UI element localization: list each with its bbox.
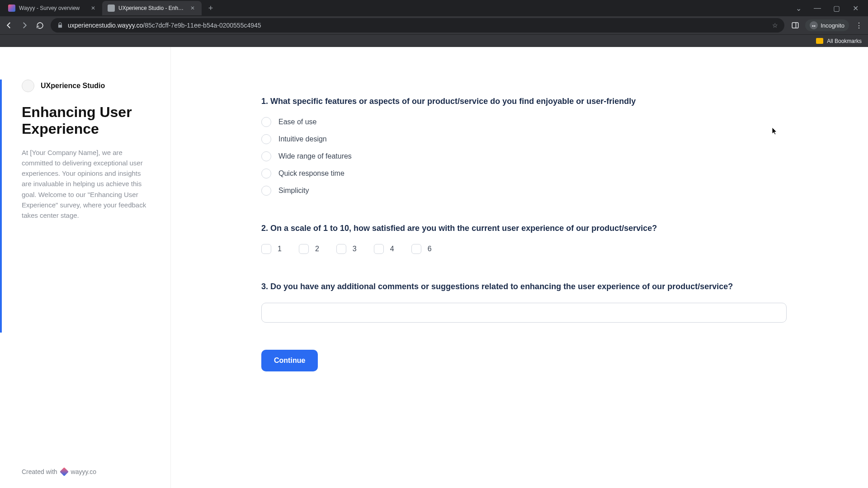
close-window-icon[interactable]: ✕: [850, 4, 861, 13]
cursor-icon: [772, 127, 778, 136]
option-wide-range-of-features[interactable]: Wide range of features: [261, 151, 787, 161]
org-row: UXperience Studio: [22, 80, 152, 92]
favicon-wayyy-icon: [8, 5, 15, 12]
option-ease-of-use[interactable]: Ease of use: [261, 117, 787, 127]
survey-title: Enhancing User Experience: [22, 104, 152, 137]
option-label: Simplicity: [278, 187, 309, 195]
question-title: 2. On a scale of 1 to 10, how satisfied …: [261, 223, 787, 234]
question-1-options: Ease of use Intuitive design Wide range …: [261, 117, 787, 196]
reload-button[interactable]: [35, 21, 44, 30]
org-avatar: [22, 80, 34, 92]
radio-icon[interactable]: [261, 117, 271, 127]
checkbox-icon[interactable]: [299, 244, 309, 254]
tab-strip: Wayyy - Survey overview ✕ UXperience Stu…: [0, 0, 868, 16]
option-label: Wide range of features: [278, 152, 352, 160]
question-2-options: 1 2 3 4 6: [261, 244, 787, 254]
radio-icon[interactable]: [261, 186, 271, 196]
question-title: 1. What specific features or aspects of …: [261, 96, 787, 107]
org-name: UXperience Studio: [41, 82, 105, 90]
continue-button[interactable]: Continue: [261, 350, 318, 371]
question-title: 3. Do you have any additional comments o…: [261, 281, 787, 292]
question-3: 3. Do you have any additional comments o…: [261, 281, 787, 322]
page-body: UXperience Studio Enhancing User Experie…: [0, 47, 868, 488]
close-icon[interactable]: ✕: [90, 5, 97, 12]
scale-option-1[interactable]: 1: [261, 244, 282, 254]
address-bar[interactable]: uxperiencestudio.wayyy.co/85c7dcff-7e9b-…: [51, 18, 784, 33]
option-label: 1: [278, 245, 282, 253]
close-icon[interactable]: ✕: [189, 5, 196, 12]
question-1: 1. What specific features or aspects of …: [261, 96, 787, 196]
panel-toggle-icon[interactable]: [791, 21, 800, 30]
option-simplicity[interactable]: Simplicity: [261, 186, 787, 196]
maximize-icon[interactable]: ▢: [831, 4, 842, 13]
scale-option-2[interactable]: 2: [299, 244, 319, 254]
lock-icon: [57, 22, 63, 28]
option-label: 3: [353, 245, 357, 253]
checkbox-icon[interactable]: [411, 244, 421, 254]
forward-button[interactable]: [20, 21, 29, 30]
scale-option-6[interactable]: 6: [411, 244, 432, 254]
bookmark-bar: All Bookmarks: [0, 34, 868, 47]
tab-uxperience-survey[interactable]: UXperience Studio - Enhancing ✕: [102, 1, 202, 15]
checkbox-icon[interactable]: [374, 244, 384, 254]
option-label: 4: [390, 245, 394, 253]
tab-wayyy-overview[interactable]: Wayyy - Survey overview ✕: [3, 1, 102, 15]
incognito-label: Incognito: [821, 22, 844, 29]
option-label: Ease of use: [278, 118, 317, 126]
wayyy-logo-icon: [60, 467, 69, 476]
question-2: 2. On a scale of 1 to 10, how satisfied …: [261, 223, 787, 254]
radio-icon[interactable]: [261, 134, 271, 144]
scale-option-4[interactable]: 4: [374, 244, 394, 254]
browser-toolbar: uxperiencestudio.wayyy.co/85c7dcff-7e9b-…: [0, 16, 868, 34]
radio-icon[interactable]: [261, 169, 271, 178]
tab-title: Wayyy - Survey overview: [19, 5, 86, 11]
radio-icon[interactable]: [261, 151, 271, 161]
toolbar-right: Incognito ⋮: [791, 19, 863, 31]
created-with[interactable]: Created with wayyy.co: [22, 468, 96, 475]
folder-icon: [816, 38, 823, 44]
minimize-icon[interactable]: —: [812, 4, 823, 13]
back-button[interactable]: [5, 21, 14, 30]
option-label: 6: [428, 245, 432, 253]
tab-title: UXperience Studio - Enhancing: [118, 5, 185, 11]
svg-point-3: [814, 25, 816, 27]
created-with-prefix: Created with: [22, 468, 57, 475]
option-label: 2: [315, 245, 319, 253]
created-with-brand: wayyy.co: [71, 468, 97, 475]
incognito-icon: [810, 21, 818, 29]
comments-input[interactable]: [261, 303, 787, 323]
bookmark-star-icon[interactable]: ☆: [772, 22, 778, 29]
survey-main: 1. What specific features or aspects of …: [171, 47, 868, 488]
survey-sidebar: UXperience Studio Enhancing User Experie…: [0, 47, 171, 488]
new-tab-button[interactable]: +: [204, 2, 217, 14]
svg-point-2: [812, 25, 814, 27]
window-controls: ⌄ — ▢ ✕: [793, 4, 865, 13]
browser-chrome: Wayyy - Survey overview ✕ UXperience Stu…: [0, 0, 868, 47]
favicon-page-icon: [108, 5, 115, 12]
incognito-badge[interactable]: Incognito: [805, 19, 849, 31]
checkbox-icon[interactable]: [261, 244, 271, 254]
kebab-menu-icon[interactable]: ⋮: [854, 21, 863, 30]
url-text: uxperiencestudio.wayyy.co/85c7dcff-7e9b-…: [68, 22, 768, 29]
option-label: Quick response time: [278, 169, 344, 178]
option-quick-response-time[interactable]: Quick response time: [261, 169, 787, 178]
option-label: Intuitive design: [278, 135, 327, 143]
survey-description: At [Your Company Name], we are committed…: [22, 147, 152, 221]
option-intuitive-design[interactable]: Intuitive design: [261, 134, 787, 144]
chevron-down-icon[interactable]: ⌄: [793, 4, 804, 13]
all-bookmarks-link[interactable]: All Bookmarks: [827, 38, 862, 44]
scale-option-3[interactable]: 3: [336, 244, 357, 254]
svg-rect-0: [792, 23, 798, 28]
sidebar-accent-bar: [0, 80, 2, 333]
checkbox-icon[interactable]: [336, 244, 346, 254]
